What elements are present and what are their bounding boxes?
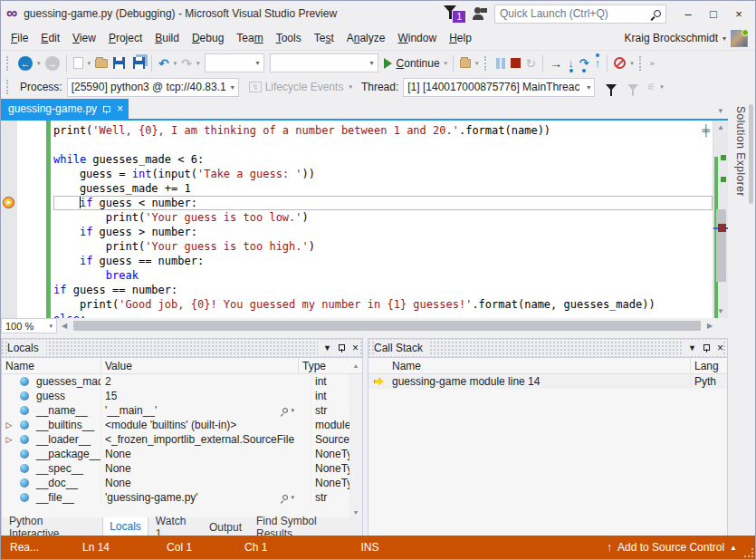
solution-explorer-tab[interactable]: Solution Explorer bbox=[734, 106, 747, 197]
lifecycle-events-button[interactable]: ↯ Lifecycle Events ▾ bbox=[246, 77, 357, 97]
callstack-frame-row[interactable]: guessing-game module line 14Pyth bbox=[368, 374, 727, 389]
panel-tab-python-interactive[interactable]: Python Interactive bbox=[2, 517, 102, 536]
locals-row[interactable]: __name__'__main__'▾str bbox=[2, 403, 362, 418]
redo-dropdown-icon[interactable]: ▾ bbox=[195, 60, 202, 67]
new-file-button[interactable] bbox=[71, 53, 86, 73]
code-line[interactable]: guesses_made += 1 bbox=[53, 181, 713, 196]
locals-row[interactable]: ▷__loader__<_frozen_importlib_external.S… bbox=[2, 432, 362, 447]
code-text[interactable]: print('Well, {0}, I am thinking of a num… bbox=[53, 121, 713, 318]
show-next-statement-button[interactable]: → bbox=[547, 53, 565, 73]
open-file-button[interactable] bbox=[92, 53, 110, 73]
toolbar-grip[interactable] bbox=[6, 80, 12, 94]
notifications-button[interactable]: 1 bbox=[444, 5, 465, 23]
toolbar-combo-1[interactable]: ▾ bbox=[205, 53, 264, 72]
panel-tab-locals[interactable]: Locals bbox=[102, 517, 148, 536]
code-line[interactable]: if guess == number: bbox=[53, 283, 713, 297]
toolbar-overflow-icon[interactable]: » bbox=[648, 59, 656, 68]
panel-tab-output[interactable]: Output bbox=[202, 517, 249, 536]
split-editor-handle[interactable]: ╪ bbox=[702, 124, 710, 137]
quick-launch-input[interactable]: Quick Launch (Ctrl+Q) bbox=[494, 5, 666, 24]
back-dropdown-icon[interactable]: ▾ bbox=[35, 60, 43, 67]
menu-help[interactable]: Help bbox=[443, 28, 478, 48]
toolbar-grip[interactable] bbox=[6, 56, 12, 71]
locals-row[interactable]: __file__'guessing-game.py'▾str bbox=[2, 490, 362, 505]
menu-view[interactable]: View bbox=[66, 28, 102, 48]
breakpoints-dropdown-icon[interactable]: ▾ bbox=[628, 60, 636, 67]
column-lang[interactable]: Lang bbox=[691, 358, 727, 373]
stop-button[interactable] bbox=[508, 53, 523, 73]
attach-process-button[interactable] bbox=[457, 53, 474, 73]
locals-row[interactable]: __spec__NoneNoneTyp bbox=[2, 461, 362, 476]
thread-dropdown[interactable]: [1] [140017000875776] MainThreac ▾ bbox=[403, 78, 595, 97]
panel-tab-find-symbol-results[interactable]: Find Symbol Results bbox=[249, 517, 362, 536]
locals-row[interactable]: __package__NoneNoneTyp bbox=[2, 447, 362, 461]
filter-flagged-button[interactable] bbox=[622, 77, 644, 97]
panel-menu-icon[interactable]: ▼ bbox=[323, 343, 331, 352]
close-icon[interactable]: × bbox=[352, 342, 359, 354]
continue-button[interactable]: Continue bbox=[381, 53, 443, 73]
new-file-dropdown-icon[interactable]: ▾ bbox=[86, 60, 93, 67]
locals-scrollbar[interactable]: ▼ bbox=[349, 374, 362, 517]
toolbar-combo-2[interactable]: ▾ bbox=[270, 53, 378, 72]
editor-vertical-scrollbar[interactable]: ▲ ▼ bbox=[713, 121, 728, 318]
code-line[interactable]: while guesses_made < 6: bbox=[53, 152, 713, 167]
locals-row[interactable]: guess15int bbox=[2, 389, 362, 403]
add-to-source-control-button[interactable]: ↑ Add to Source Control ▲ bbox=[607, 541, 750, 554]
code-line[interactable]: if guess < number: bbox=[53, 196, 713, 210]
magnifier-icon[interactable] bbox=[282, 495, 288, 500]
toggle-breakpoints-button[interactable] bbox=[611, 53, 628, 73]
pause-button[interactable] bbox=[493, 53, 508, 73]
tab-guessing-game[interactable]: guessing-game.py × bbox=[1, 99, 129, 119]
current-statement-icon[interactable]: ➤ bbox=[3, 197, 14, 208]
filter-threads-button[interactable] bbox=[600, 77, 622, 97]
code-line[interactable] bbox=[53, 138, 713, 152]
menu-build[interactable]: Build bbox=[148, 28, 186, 48]
chevron-down-icon[interactable]: ▾ bbox=[291, 407, 294, 414]
code-line[interactable]: print('Good job, {0}! You guessed my num… bbox=[53, 297, 713, 312]
step-over-button[interactable]: ↷ bbox=[577, 53, 592, 73]
overflow-icon[interactable]: ▾ bbox=[658, 83, 665, 91]
code-line[interactable]: if guess == number: bbox=[53, 254, 713, 268]
maximize-button[interactable]: □ bbox=[701, 4, 726, 24]
scroll-up-icon[interactable]: ▲ bbox=[349, 362, 362, 369]
magnifier-icon[interactable] bbox=[282, 408, 288, 413]
close-icon[interactable]: × bbox=[717, 342, 723, 354]
restart-button[interactable]: ↻ bbox=[523, 53, 540, 73]
overflow-icon[interactable]: ▾ bbox=[474, 60, 481, 67]
step-into-button[interactable]: ↓ bbox=[565, 53, 577, 73]
callstack-title-bar[interactable]: Call Stack ▼ × bbox=[368, 339, 727, 357]
menu-team[interactable]: Team bbox=[230, 28, 269, 48]
column-name[interactable]: Name bbox=[388, 358, 691, 373]
tab-close-icon[interactable]: × bbox=[117, 102, 123, 115]
close-button[interactable]: × bbox=[726, 4, 751, 24]
pin-icon[interactable] bbox=[703, 344, 711, 352]
code-line[interactable]: if guess > number: bbox=[53, 225, 713, 239]
menu-analyze[interactable]: Analyze bbox=[340, 28, 392, 48]
locals-row[interactable]: ▷__builtins__<module 'builtins' (built-i… bbox=[2, 418, 362, 432]
breakpoint-margin[interactable]: ➤ bbox=[1, 121, 17, 318]
panel-menu-icon[interactable]: ▼ bbox=[688, 343, 696, 352]
pin-icon[interactable] bbox=[102, 104, 111, 113]
code-line[interactable]: print('Your guess is too high.') bbox=[53, 239, 713, 254]
save-all-button[interactable] bbox=[128, 53, 148, 73]
navigate-back-button[interactable]: ← bbox=[15, 53, 35, 73]
code-line[interactable]: print('Well, {0}, I am thinking of a num… bbox=[53, 123, 713, 138]
process-dropdown[interactable]: [25590] python3 @ tcp://40.83.191 ▾ bbox=[67, 78, 239, 97]
column-name[interactable]: Name bbox=[2, 358, 101, 373]
menu-test[interactable]: Test bbox=[308, 28, 340, 48]
panel-tab-watch-1[interactable]: Watch 1 bbox=[148, 517, 202, 536]
pin-icon[interactable] bbox=[338, 344, 346, 352]
feedback-button[interactable] bbox=[473, 7, 487, 20]
scroll-left-icon[interactable]: ◀ bbox=[57, 318, 72, 333]
save-button[interactable] bbox=[110, 53, 128, 73]
menu-tools[interactable]: Tools bbox=[270, 28, 308, 48]
scrollbar-thumb[interactable] bbox=[73, 321, 701, 331]
menu-file[interactable]: File bbox=[5, 28, 34, 48]
column-value[interactable]: Value bbox=[101, 358, 299, 373]
scrollbar-thumb[interactable] bbox=[716, 209, 726, 282]
zoom-level-dropdown[interactable]: 100 % ▾ bbox=[1, 318, 57, 333]
editor-horizontal-scrollbar[interactable]: ◀ ▶ bbox=[57, 318, 728, 333]
step-out-button[interactable]: ↑ bbox=[592, 53, 604, 73]
locals-row[interactable]: guesses_made2int bbox=[2, 374, 362, 389]
redo-button[interactable]: ↷ bbox=[178, 53, 195, 73]
